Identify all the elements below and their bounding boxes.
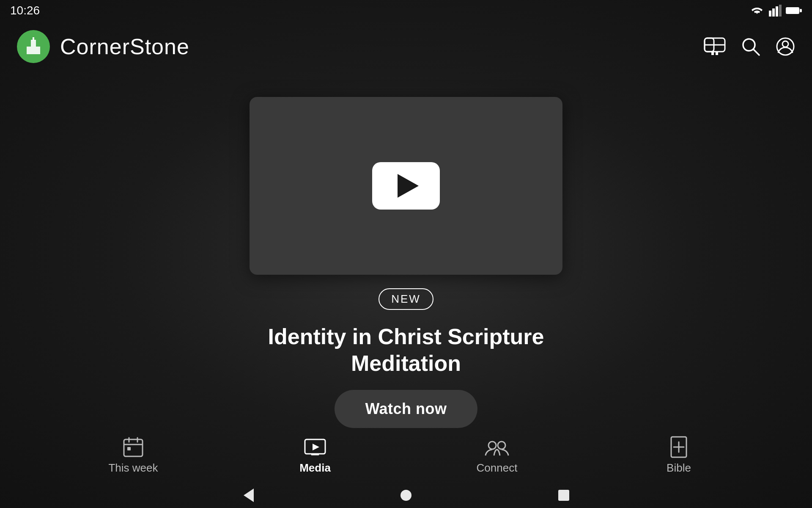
status-bar: 10:26: [0, 0, 812, 21]
profile-icon-button[interactable]: [776, 37, 795, 56]
svg-point-17: [782, 41, 788, 47]
search-icon: [741, 37, 760, 56]
main-content: NEW Identity in Christ ScriptureMeditati…: [0, 72, 812, 453]
battery-icon: [786, 6, 802, 15]
app-logo-icon: [23, 36, 44, 57]
svg-point-26: [488, 442, 496, 449]
message-icon-button[interactable]: [704, 37, 726, 56]
svg-rect-2: [776, 6, 778, 17]
back-icon: [242, 487, 255, 504]
profile-icon: [776, 37, 795, 56]
nav-item-media[interactable]: Media: [281, 436, 349, 475]
android-back-button[interactable]: [242, 487, 255, 504]
svg-marker-31: [244, 489, 254, 502]
svg-rect-12: [711, 52, 714, 55]
nav-label-bible: Bible: [667, 461, 691, 475]
app-logo[interactable]: [17, 30, 50, 63]
svg-rect-5: [800, 9, 802, 12]
nav-item-connect[interactable]: Connect: [463, 436, 531, 475]
nav-label-media: Media: [299, 461, 331, 475]
svg-rect-4: [786, 7, 799, 14]
bible-icon: [669, 436, 688, 458]
status-icons: [749, 5, 802, 17]
play-button[interactable]: [372, 162, 440, 210]
svg-rect-3: [779, 5, 782, 17]
android-nav-bar: [0, 483, 812, 508]
this-week-icon: [122, 436, 144, 458]
svg-point-27: [498, 442, 505, 449]
play-triangle-icon: [398, 174, 419, 198]
android-home-button[interactable]: [400, 489, 412, 502]
watch-now-button[interactable]: Watch now: [335, 390, 477, 428]
svg-rect-7: [27, 47, 40, 54]
new-badge: NEW: [379, 288, 433, 310]
svg-rect-13: [716, 52, 718, 55]
android-recents-button[interactable]: [557, 489, 570, 502]
video-thumbnail[interactable]: [250, 97, 562, 275]
svg-rect-18: [124, 439, 143, 456]
wifi-icon: [749, 5, 765, 17]
svg-point-32: [401, 490, 411, 501]
app-title: CornerStone: [60, 34, 189, 59]
svg-rect-33: [558, 490, 569, 501]
svg-rect-8: [33, 37, 34, 41]
nav-item-bible[interactable]: Bible: [645, 436, 713, 475]
home-icon: [400, 489, 412, 502]
bottom-nav: This week Media Connect Bible: [0, 428, 812, 483]
media-icon: [304, 436, 326, 458]
svg-line-15: [753, 49, 759, 55]
connect-icon: [485, 436, 509, 458]
svg-rect-6: [31, 40, 36, 47]
app-header: CornerStone: [0, 21, 812, 72]
header-actions: [704, 37, 795, 56]
nav-label-this-week: This week: [108, 461, 158, 475]
status-time: 10:26: [10, 4, 40, 17]
signal-icon: [769, 5, 782, 17]
svg-marker-24: [313, 444, 319, 450]
nav-label-connect: Connect: [477, 461, 518, 475]
search-icon-button[interactable]: [741, 37, 760, 56]
app-logo-area: CornerStone: [17, 30, 189, 63]
nav-item-this-week[interactable]: This week: [99, 436, 167, 475]
video-title: Identity in Christ ScriptureMeditation: [268, 323, 544, 376]
message-icon: [704, 37, 726, 56]
svg-rect-22: [127, 447, 131, 450]
svg-rect-0: [769, 11, 771, 17]
recents-icon: [557, 489, 570, 502]
svg-rect-1: [772, 8, 775, 17]
